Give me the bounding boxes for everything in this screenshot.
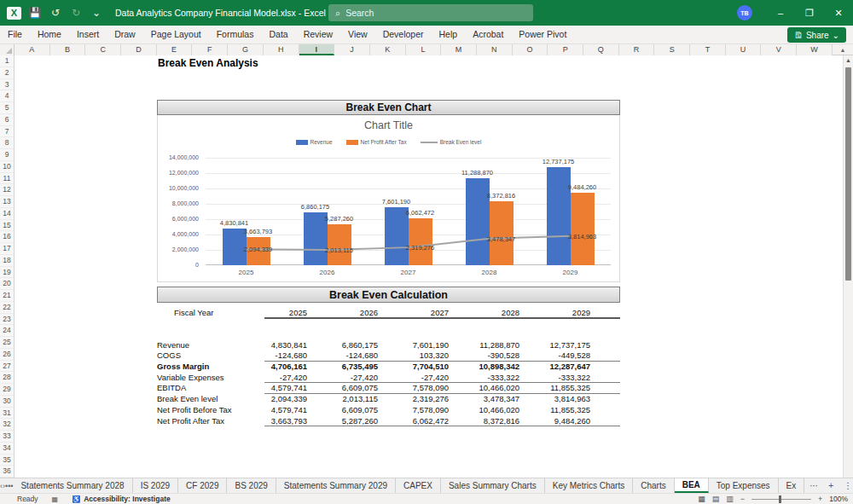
avatar[interactable]: TB [737,5,752,20]
value-cell[interactable]: 2,094,339 [264,394,307,405]
value-cell[interactable]: 7,578,090 [378,405,449,416]
value-cell[interactable]: 7,704,510 [378,362,449,373]
value-cell[interactable]: -27,420 [307,373,378,383]
value-cell[interactable]: 6,735,495 [307,362,378,373]
legend-item-break-even-level[interactable]: Break Even level [421,139,482,145]
row-header-29[interactable]: 29 [0,384,14,396]
value-cell[interactable]: 3,663,793 [264,416,307,426]
value-cell[interactable]: 2027 [378,308,449,317]
value-cell[interactable]: -333,322 [519,373,590,383]
ribbon-tab-formulas[interactable]: Formulas [209,26,262,43]
value-cell[interactable]: 2029 [519,308,590,317]
column-header-J[interactable]: J [334,44,370,55]
value-cell[interactable]: 9,484,260 [519,416,590,426]
column-header-M[interactable]: M [441,44,477,55]
redo-icon[interactable]: ↻ [69,7,83,19]
ribbon-tab-acrobat[interactable]: Acrobat [465,26,511,43]
value-cell[interactable]: 103,320 [378,350,449,361]
ribbon-tab-help[interactable]: Help [432,26,466,43]
zoom-slider-thumb[interactable] [779,495,781,503]
column-header-K[interactable]: K [370,44,406,55]
column-header-W[interactable]: W [797,44,833,55]
row-header-20[interactable]: 20 [0,278,14,290]
ribbon-tab-insert[interactable]: Insert [69,26,107,43]
value-cell[interactable]: 3,478,347 [449,394,519,405]
row-header-23[interactable]: 23 [0,314,14,326]
row-header-8[interactable]: 8 [0,137,14,149]
row-header-17[interactable]: 17 [0,243,14,255]
ribbon-tab-power-pivot[interactable]: Power Pivot [511,26,574,43]
value-cell[interactable]: 6,609,075 [307,383,378,393]
vertical-scrollbar[interactable]: ▲ [843,55,853,478]
minimize-button[interactable]: – [766,0,795,26]
sheet-tab-is-2029[interactable]: IS 2029 [133,478,178,493]
value-cell[interactable]: -449,528 [519,350,590,361]
scroll-up-arrow-icon[interactable]: ▲ [844,55,853,66]
vertical-scroll-thumb[interactable] [845,67,851,281]
zoom-slider[interactable] [751,499,811,500]
add-sheet-button[interactable]: + [823,478,838,493]
close-button[interactable]: ✕ [824,0,853,26]
row-header-21[interactable]: 21 [0,290,14,302]
row-header-15[interactable]: 15 [0,220,14,232]
row-header-26[interactable]: 26 [0,349,14,361]
row-header-9[interactable]: 9 [0,149,14,161]
value-cell[interactable]: 2,013,115 [307,394,378,405]
ribbon-tab-view[interactable]: View [340,26,375,43]
ribbon-tab-review[interactable]: Review [296,26,340,43]
share-button[interactable]: 🖻 Share ⌄ [787,27,846,43]
value-cell[interactable]: 10,898,342 [449,362,519,373]
sheet-tab-bs-2029[interactable]: BS 2029 [227,478,276,493]
row-header-22[interactable]: 22 [0,302,14,314]
value-cell[interactable]: 8,372,816 [449,416,519,426]
value-cell[interactable]: 7,578,090 [378,383,449,393]
row-header-18[interactable]: 18 [0,255,14,267]
value-cell[interactable]: 7,601,190 [378,340,449,351]
sheet-tab-top-expenses[interactable]: Top Expenses [709,478,779,493]
row-header-12[interactable]: 12 [0,184,14,196]
value-cell[interactable]: -333,322 [449,373,519,383]
value-cell[interactable]: 6,609,075 [307,405,378,416]
scroll-up-icon[interactable]: ▲ [833,44,853,55]
sheet-overflow-icon[interactable]: ⋯ [804,478,823,493]
row-header-4[interactable]: 4 [0,90,14,102]
value-cell[interactable]: -27,420 [264,373,307,383]
page-layout-view-icon[interactable]: ▤ [712,495,720,503]
value-cell[interactable]: 4,579,741 [264,383,307,393]
row-header-13[interactable]: 13 [0,196,14,208]
column-header-T[interactable]: T [690,44,726,55]
legend-item-revenue[interactable]: Revenue [296,139,333,145]
value-cell[interactable]: 2026 [307,308,378,317]
break-even-chart[interactable]: Chart Title RevenueNet Profit After TaxB… [157,115,620,282]
undo-icon[interactable]: ↺ [49,7,62,19]
value-cell[interactable]: 6,860,175 [307,340,378,351]
select-all-corner[interactable] [0,44,15,55]
value-cell[interactable]: 4,830,841 [264,340,307,351]
ribbon-tab-page-layout[interactable]: Page Layout [143,26,209,43]
row-header-1[interactable]: 1 [0,55,14,67]
accessibility-status[interactable]: Accessibility: Investigate [84,495,171,503]
column-header-Q[interactable]: Q [583,44,619,55]
page-break-view-icon[interactable]: ▥ [726,495,734,503]
qat-customize-icon[interactable]: ⌄ [90,7,103,19]
row-header-16[interactable]: 16 [0,231,14,243]
value-cell[interactable]: 11,855,325 [519,405,590,416]
column-header-I[interactable]: I [299,44,335,55]
zoom-out-icon[interactable]: − [740,495,745,503]
normal-view-icon[interactable]: ▦ [698,495,705,503]
sheet-tab-ex[interactable]: Ex [779,478,805,493]
tab-menu-icon[interactable]: ⋮ [838,478,853,493]
column-header-V[interactable]: V [761,44,797,55]
sheet-tab-charts[interactable]: Charts [633,478,674,493]
excel-app-icon[interactable] [7,7,21,20]
value-cell[interactable]: 12,737,175 [519,340,590,351]
value-cell[interactable]: 10,466,020 [449,383,519,393]
sheet-tab-bea[interactable]: BEA [675,478,709,493]
row-header-32[interactable]: 32 [0,419,14,431]
row-header-19[interactable]: 19 [0,267,14,279]
ribbon-tab-draw[interactable]: Draw [107,26,143,43]
column-header-O[interactable]: O [513,44,548,55]
row-header-25[interactable]: 25 [0,337,14,349]
ribbon-tab-home[interactable]: Home [30,26,69,43]
macro-record-icon[interactable]: ▦ [52,495,59,503]
